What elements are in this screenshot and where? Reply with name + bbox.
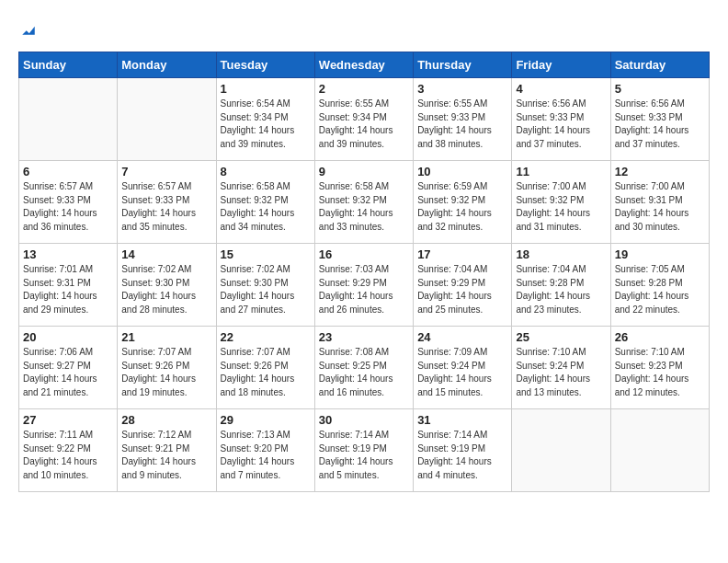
cell-info: Sunrise: 7:09 AMSunset: 9:24 PMDaylight:… <box>417 346 507 399</box>
calendar-cell: 16Sunrise: 7:03 AMSunset: 9:29 PMDayligh… <box>314 244 413 327</box>
calendar-cell: 8Sunrise: 6:58 AMSunset: 9:32 PMDaylight… <box>216 161 314 244</box>
calendar-table: SundayMondayTuesdayWednesdayThursdayFrid… <box>18 52 710 492</box>
day-number: 24 <box>417 330 507 344</box>
day-number: 5 <box>615 82 705 96</box>
day-header: Wednesday <box>314 52 413 78</box>
logo-icon <box>20 23 37 40</box>
calendar-cell <box>19 78 118 161</box>
calendar-week-row: 20Sunrise: 7:06 AMSunset: 9:27 PMDayligh… <box>19 327 710 409</box>
day-number: 27 <box>23 413 113 427</box>
calendar-cell <box>118 78 216 161</box>
day-number: 12 <box>615 165 705 178</box>
day-number: 2 <box>319 82 409 96</box>
day-number: 23 <box>319 330 409 344</box>
cell-info: Sunrise: 7:06 AMSunset: 9:27 PMDaylight:… <box>23 346 113 399</box>
calendar-cell: 17Sunrise: 7:04 AMSunset: 9:29 PMDayligh… <box>414 244 512 327</box>
day-number: 22 <box>221 330 311 344</box>
cell-info: Sunrise: 6:55 AMSunset: 9:33 PMDaylight:… <box>417 98 507 151</box>
day-header: Thursday <box>414 52 512 78</box>
calendar-cell: 9Sunrise: 6:58 AMSunset: 9:32 PMDaylight… <box>314 161 413 244</box>
calendar-cell: 15Sunrise: 7:02 AMSunset: 9:30 PMDayligh… <box>216 244 314 327</box>
calendar-cell: 28Sunrise: 7:12 AMSunset: 9:21 PMDayligh… <box>118 409 216 492</box>
calendar-week-row: 6Sunrise: 6:57 AMSunset: 9:33 PMDaylight… <box>19 161 710 244</box>
calendar-cell: 26Sunrise: 7:10 AMSunset: 9:23 PMDayligh… <box>610 327 709 409</box>
cell-info: Sunrise: 7:10 AMSunset: 9:24 PMDaylight:… <box>516 346 606 399</box>
cell-info: Sunrise: 6:56 AMSunset: 9:33 PMDaylight:… <box>516 98 606 151</box>
day-number: 30 <box>319 413 409 427</box>
day-number: 16 <box>319 247 409 261</box>
calendar-cell: 12Sunrise: 7:00 AMSunset: 9:31 PMDayligh… <box>610 161 709 244</box>
day-number: 25 <box>516 330 606 344</box>
cell-info: Sunrise: 7:10 AMSunset: 9:23 PMDaylight:… <box>615 346 705 399</box>
calendar-cell: 31Sunrise: 7:14 AMSunset: 9:19 PMDayligh… <box>414 409 512 492</box>
cell-info: Sunrise: 7:13 AMSunset: 9:20 PMDaylight:… <box>221 429 311 482</box>
calendar-cell: 22Sunrise: 7:07 AMSunset: 9:26 PMDayligh… <box>216 327 314 409</box>
calendar-cell: 19Sunrise: 7:05 AMSunset: 9:28 PMDayligh… <box>610 244 709 327</box>
cell-info: Sunrise: 6:57 AMSunset: 9:33 PMDaylight:… <box>121 180 211 234</box>
calendar-cell: 5Sunrise: 6:56 AMSunset: 9:33 PMDaylight… <box>610 78 709 161</box>
day-header: Tuesday <box>216 52 314 78</box>
cell-info: Sunrise: 7:05 AMSunset: 9:28 PMDaylight:… <box>615 263 705 316</box>
day-number: 3 <box>417 82 507 96</box>
cell-info: Sunrise: 7:00 AMSunset: 9:32 PMDaylight:… <box>516 180 606 234</box>
calendar-cell: 10Sunrise: 6:59 AMSunset: 9:32 PMDayligh… <box>414 161 512 244</box>
day-number: 10 <box>417 165 507 178</box>
day-number: 28 <box>121 413 211 427</box>
cell-info: Sunrise: 6:55 AMSunset: 9:34 PMDaylight:… <box>319 98 409 151</box>
cell-info: Sunrise: 7:04 AMSunset: 9:29 PMDaylight:… <box>417 263 507 316</box>
cell-info: Sunrise: 7:02 AMSunset: 9:30 PMDaylight:… <box>221 263 311 316</box>
day-number: 29 <box>221 413 311 427</box>
calendar-cell: 3Sunrise: 6:55 AMSunset: 9:33 PMDaylight… <box>414 78 512 161</box>
cell-info: Sunrise: 7:14 AMSunset: 9:19 PMDaylight:… <box>417 429 507 482</box>
calendar-cell: 23Sunrise: 7:08 AMSunset: 9:25 PMDayligh… <box>314 327 413 409</box>
calendar-cell: 14Sunrise: 7:02 AMSunset: 9:30 PMDayligh… <box>118 244 216 327</box>
calendar-cell: 20Sunrise: 7:06 AMSunset: 9:27 PMDayligh… <box>19 327 118 409</box>
calendar-cell: 30Sunrise: 7:14 AMSunset: 9:19 PMDayligh… <box>314 409 413 492</box>
cell-info: Sunrise: 7:11 AMSunset: 9:22 PMDaylight:… <box>23 429 113 482</box>
calendar-cell: 1Sunrise: 6:54 AMSunset: 9:34 PMDaylight… <box>216 78 314 161</box>
day-number: 19 <box>615 247 705 261</box>
cell-info: Sunrise: 7:14 AMSunset: 9:19 PMDaylight:… <box>319 429 409 482</box>
day-header: Friday <box>512 52 610 78</box>
day-number: 9 <box>319 165 409 178</box>
calendar-cell: 13Sunrise: 7:01 AMSunset: 9:31 PMDayligh… <box>19 244 118 327</box>
day-number: 11 <box>516 165 606 178</box>
calendar-cell: 2Sunrise: 6:55 AMSunset: 9:34 PMDaylight… <box>314 78 413 161</box>
day-number: 15 <box>221 247 311 261</box>
day-number: 8 <box>221 165 311 178</box>
day-number: 31 <box>417 413 507 427</box>
calendar-header-row: SundayMondayTuesdayWednesdayThursdayFrid… <box>19 52 710 78</box>
calendar-cell: 11Sunrise: 7:00 AMSunset: 9:32 PMDayligh… <box>512 161 610 244</box>
day-number: 21 <box>121 330 211 344</box>
calendar-cell: 27Sunrise: 7:11 AMSunset: 9:22 PMDayligh… <box>19 409 118 492</box>
logo-text <box>18 18 37 42</box>
cell-info: Sunrise: 7:02 AMSunset: 9:30 PMDaylight:… <box>121 263 211 316</box>
day-number: 26 <box>615 330 705 344</box>
calendar-cell: 25Sunrise: 7:10 AMSunset: 9:24 PMDayligh… <box>512 327 610 409</box>
cell-info: Sunrise: 6:58 AMSunset: 9:32 PMDaylight:… <box>221 180 311 234</box>
cell-info: Sunrise: 7:04 AMSunset: 9:28 PMDaylight:… <box>516 263 606 316</box>
calendar-cell: 4Sunrise: 6:56 AMSunset: 9:33 PMDaylight… <box>512 78 610 161</box>
calendar-cell <box>610 409 709 492</box>
day-number: 14 <box>121 247 211 261</box>
day-number: 7 <box>121 165 211 178</box>
cell-info: Sunrise: 6:54 AMSunset: 9:34 PMDaylight:… <box>221 98 311 151</box>
calendar-cell <box>512 409 610 492</box>
logo <box>18 18 37 42</box>
calendar-cell: 21Sunrise: 7:07 AMSunset: 9:26 PMDayligh… <box>118 327 216 409</box>
cell-info: Sunrise: 6:56 AMSunset: 9:33 PMDaylight:… <box>615 98 705 151</box>
day-number: 6 <box>23 165 113 178</box>
cell-info: Sunrise: 7:03 AMSunset: 9:29 PMDaylight:… <box>319 263 409 316</box>
cell-info: Sunrise: 6:59 AMSunset: 9:32 PMDaylight:… <box>417 180 507 234</box>
calendar-cell: 18Sunrise: 7:04 AMSunset: 9:28 PMDayligh… <box>512 244 610 327</box>
day-header: Monday <box>118 52 216 78</box>
cell-info: Sunrise: 7:12 AMSunset: 9:21 PMDaylight:… <box>121 429 211 482</box>
cell-info: Sunrise: 7:07 AMSunset: 9:26 PMDaylight:… <box>221 346 311 399</box>
day-number: 17 <box>417 247 507 261</box>
cell-info: Sunrise: 7:00 AMSunset: 9:31 PMDaylight:… <box>615 180 705 234</box>
calendar-cell: 29Sunrise: 7:13 AMSunset: 9:20 PMDayligh… <box>216 409 314 492</box>
calendar-week-row: 27Sunrise: 7:11 AMSunset: 9:22 PMDayligh… <box>19 409 710 492</box>
cell-info: Sunrise: 6:57 AMSunset: 9:33 PMDaylight:… <box>23 180 113 234</box>
day-header: Saturday <box>610 52 709 78</box>
page-header <box>18 18 710 42</box>
